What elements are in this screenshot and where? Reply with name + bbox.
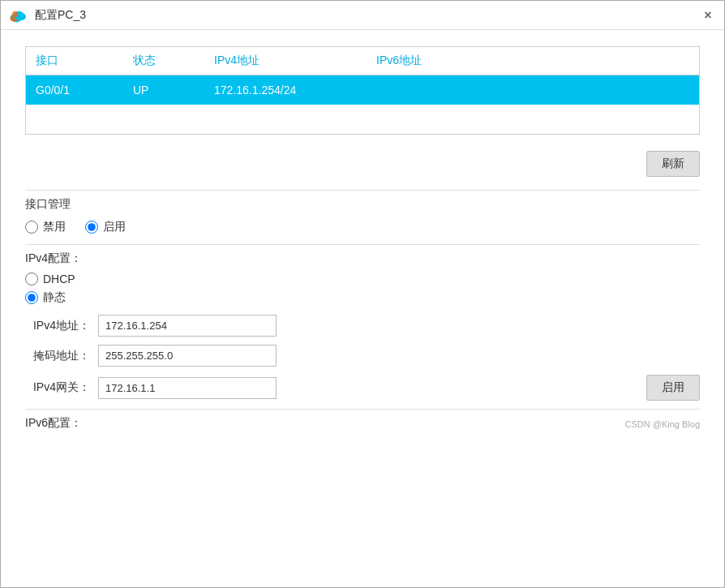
table-empty-row [26,105,699,134]
refresh-button[interactable]: 刷新 [646,151,700,177]
col-header-ipv4: IPv4地址 [214,54,376,68]
radio-disable-input[interactable] [25,221,38,234]
gateway-apply-row: IPv4网关： 启用 [25,375,700,401]
watermark: CSDN @King Blog [625,416,700,432]
col-header-interface: 接口 [36,54,133,68]
row-ipv4: 172.16.1.254/24 [214,84,376,97]
refresh-row: 刷新 [25,144,700,183]
interface-management-radio-group: 禁用 启用 [25,220,700,234]
col-header-status: 状态 [133,54,214,68]
divider-1 [25,190,700,191]
col-header-ipv6: IPv6地址 [376,54,538,68]
window-title: 配置PC_3 [35,8,86,23]
radio-dhcp-input[interactable] [25,273,38,285]
divider-3 [25,409,700,410]
interface-management-title: 接口管理 [25,197,700,212]
ipv4-address-input[interactable] [98,315,277,337]
radio-enable[interactable]: 启用 [85,220,126,234]
radio-enable-input[interactable] [85,221,98,234]
ipv4-gateway-label: IPv4网关： [25,380,90,395]
ipv4-address-row: IPv4地址： [25,315,700,337]
cloud-icon [9,8,28,23]
interface-table: 接口 状态 IPv4地址 IPv6地址 G0/0/1 UP 172.16.1.2… [25,46,700,135]
main-window: 配置PC_3 × 接口 状态 IPv4地址 IPv6地址 G0/0/1 UP 1… [0,0,725,588]
ipv6-config-title: IPv6配置： [25,416,82,429]
radio-disable-label: 禁用 [43,220,66,234]
ipv4-gateway-row: IPv4网关： [25,377,277,399]
ipv4-mask-row: 掩码地址： [25,345,700,367]
ipv4-section: IPv4配置： DHCP 静态 IPv4地址： 掩码地址： [25,251,700,401]
table-header: 接口 状态 IPv4地址 IPv6地址 [26,47,699,75]
table-row[interactable]: G0/0/1 UP 172.16.1.254/24 [26,75,699,105]
radio-static-label: 静态 [43,290,66,305]
title-bar-left: 配置PC_3 [9,8,86,23]
apply-button[interactable]: 启用 [646,375,700,401]
bottom-section: IPv6配置： CSDN @King Blog [25,416,700,432]
radio-dhcp-label: DHCP [43,273,75,285]
row-status: UP [133,84,214,97]
radio-disable[interactable]: 禁用 [25,220,66,234]
row-interface: G0/0/1 [36,84,133,97]
ipv4-config-title: IPv4配置： [25,251,700,266]
ipv4-mask-label: 掩码地址： [25,349,90,363]
close-button[interactable]: × [700,7,716,24]
svg-point-4 [12,11,19,17]
ipv4-mode-radio-group: DHCP 静态 [25,273,700,305]
content-area: 接口 状态 IPv4地址 IPv6地址 G0/0/1 UP 172.16.1.2… [1,30,724,587]
ipv4-mask-input[interactable] [98,345,277,367]
title-bar: 配置PC_3 × [1,1,724,30]
ipv6-section: IPv6配置： [25,416,82,431]
radio-static[interactable]: 静态 [25,290,700,305]
radio-dhcp[interactable]: DHCP [25,273,700,285]
radio-enable-label: 启用 [103,220,126,234]
ipv4-gateway-input[interactable] [98,377,277,399]
divider-2 [25,244,700,245]
radio-static-input[interactable] [25,291,38,304]
ipv4-address-label: IPv4地址： [25,319,90,333]
